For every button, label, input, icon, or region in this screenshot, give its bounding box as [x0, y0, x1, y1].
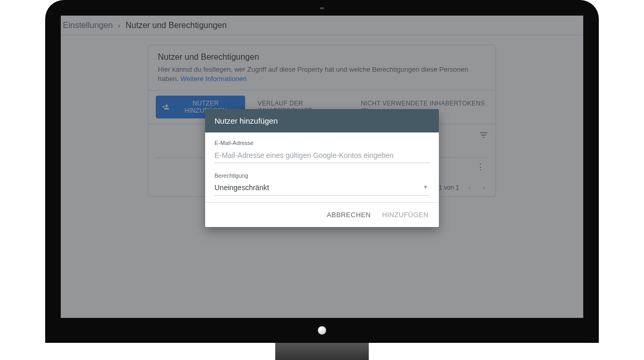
monitor-power-button	[318, 326, 326, 335]
monitor-camera	[320, 7, 324, 9]
email-label: E-Mail-Adresse	[214, 140, 430, 146]
email-field[interactable]	[214, 148, 430, 163]
monitor-bezel-bottom	[45, 318, 599, 343]
dialog-title: Nutzer hinzufügen	[205, 109, 439, 132]
permission-select[interactable]: Uneingeschränkt ▼	[214, 181, 430, 196]
permission-select-value: Uneingeschränkt	[214, 183, 269, 192]
monitor-stand	[275, 343, 369, 360]
permission-label: Berechtigung	[214, 172, 430, 179]
app-viewport: Einstellungen › Nutzer und Berechtigunge…	[61, 16, 583, 318]
add-user-dialog: Nutzer hinzufügen E-Mail-Adresse Berecht…	[205, 109, 439, 227]
submit-button[interactable]: HINZUFÜGEN	[380, 209, 431, 221]
dropdown-caret-icon: ▼	[423, 184, 428, 190]
cancel-button[interactable]: ABBRECHEN	[325, 209, 373, 221]
